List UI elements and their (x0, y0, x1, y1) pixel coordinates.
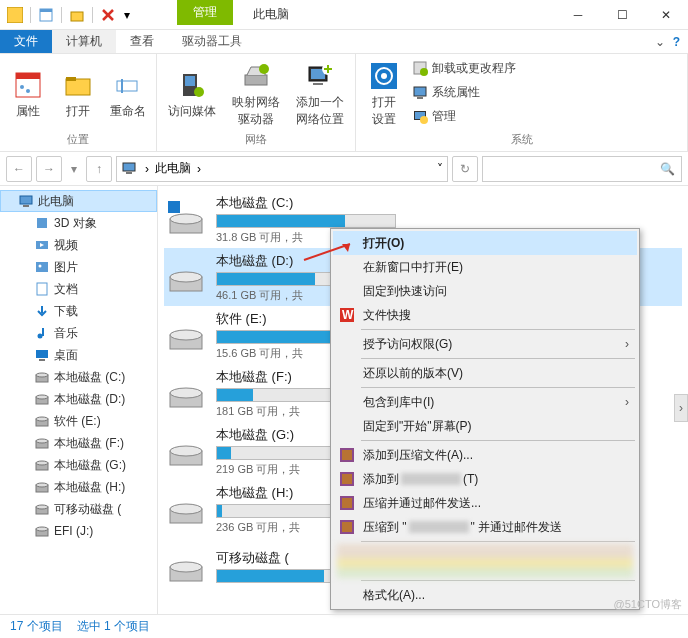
tree-item[interactable]: 下载 (0, 300, 157, 322)
system-properties-button[interactable]: 系统属性 (412, 82, 516, 102)
svg-point-60 (36, 483, 48, 487)
svg-rect-44 (37, 283, 47, 295)
tree-item[interactable]: 软件 (E:) (0, 410, 157, 432)
svg-rect-48 (39, 359, 45, 361)
tree-item[interactable]: 3D 对象 (0, 212, 157, 234)
tree-item[interactable]: 视频 (0, 234, 157, 256)
qat-delete-icon[interactable] (97, 4, 119, 26)
tree-item[interactable]: 文档 (0, 278, 157, 300)
uninstall-button[interactable]: 卸载或更改程序 (412, 58, 516, 78)
tree-item-icon (34, 369, 50, 385)
breadcrumb-location[interactable]: 此电脑 (155, 160, 191, 177)
address-dropdown-icon[interactable]: ˅ (437, 162, 443, 176)
manage-button[interactable]: 管理 (412, 106, 516, 126)
menu-pin-start[interactable]: 固定到"开始"屏幕(P) (333, 414, 637, 438)
tree-item[interactable]: 可移动磁盘 ( (0, 498, 157, 520)
open-settings-button[interactable]: 打开 设置 (362, 56, 406, 132)
ribbon-tab-file[interactable]: 文件 (0, 30, 52, 53)
tree-item[interactable]: 本地磁盘 (C:) (0, 366, 157, 388)
tree-item-label: 视频 (54, 237, 78, 254)
map-drive-button[interactable]: 映射网络 驱动器 (227, 56, 285, 132)
close-button[interactable]: ✕ (644, 0, 688, 30)
menu-open-new-window[interactable]: 在新窗口中打开(E) (333, 255, 637, 279)
drive-icon (166, 257, 206, 297)
app-icon (4, 4, 26, 26)
breadcrumb-chevron[interactable]: › (145, 162, 149, 176)
navigation-tree[interactable]: 此电脑 3D 对象视频图片文档下载音乐桌面本地磁盘 (C:)本地磁盘 (D:)软… (0, 186, 158, 614)
menu-add-to[interactable]: 添加到(T) (333, 467, 637, 491)
svg-point-29 (420, 68, 428, 76)
drive-icon (166, 489, 206, 529)
ribbon-tab-view[interactable]: 查看 (116, 30, 168, 53)
svg-point-43 (39, 265, 42, 268)
group-label-network: 网络 (163, 132, 349, 149)
qat-new-folder-icon[interactable] (66, 4, 88, 26)
rar-icon (339, 447, 355, 463)
tree-item-icon (34, 325, 50, 341)
add-network-location-button[interactable]: 添加一个 网络位置 (291, 56, 349, 132)
menu-open[interactable]: 打开(O) (333, 231, 637, 255)
menu-blurred-items (337, 544, 633, 578)
tree-item[interactable]: 本地磁盘 (D:) (0, 388, 157, 410)
help-icon[interactable]: ? (673, 35, 680, 49)
nav-forward-button[interactable]: → (36, 156, 62, 182)
svg-point-64 (36, 527, 48, 531)
tree-item[interactable]: 音乐 (0, 322, 157, 344)
tree-item-label: 下载 (54, 303, 78, 320)
menu-restore-version[interactable]: 还原以前的版本(V) (333, 361, 637, 385)
tree-item[interactable]: EFI (J:) (0, 520, 157, 542)
svg-rect-21 (313, 83, 323, 85)
watermark: @51CTO博客 (614, 597, 682, 612)
menu-grant-access[interactable]: 授予访问权限(G)› (333, 332, 637, 356)
menu-compress-to[interactable]: 压缩到 "" 并通过邮件发送 (333, 515, 637, 539)
tree-this-pc[interactable]: 此电脑 (0, 190, 157, 212)
rename-button[interactable]: 重命名 (106, 56, 150, 132)
qat-dropdown-icon[interactable]: ▾ (121, 4, 133, 26)
context-tab-manage[interactable]: 管理 (177, 0, 233, 25)
svg-point-73 (170, 388, 202, 398)
svg-point-54 (36, 417, 48, 421)
search-input[interactable]: 🔍 (482, 156, 682, 182)
address-bar[interactable]: › 此电脑 › ˅ (116, 156, 448, 182)
access-media-button[interactable]: 访问媒体 (163, 56, 221, 132)
tree-item-label: 可移动磁盘 ( (54, 501, 121, 518)
svg-point-71 (170, 330, 202, 340)
drive-icon (166, 199, 206, 239)
menu-include-library[interactable]: 包含到库中(I)› (333, 390, 637, 414)
drive-icon (166, 373, 206, 413)
ribbon-tab-drive-tools[interactable]: 驱动器工具 (168, 30, 256, 53)
menu-compress-mail[interactable]: 压缩并通过邮件发送... (333, 491, 637, 515)
maximize-button[interactable]: ☐ (600, 0, 644, 30)
tree-item-icon (34, 501, 50, 517)
ribbon-collapse-icon[interactable]: ⌄ (655, 35, 665, 49)
tree-item[interactable]: 本地磁盘 (F:) (0, 432, 157, 454)
nav-up-button[interactable]: ↑ (86, 156, 112, 182)
rename-icon (112, 69, 144, 101)
breadcrumb-chevron[interactable]: › (197, 162, 201, 176)
group-label-system: 系统 (362, 132, 681, 149)
qat-properties-icon[interactable] (35, 4, 57, 26)
svg-point-69 (170, 272, 202, 282)
minimize-button[interactable]: ─ (556, 0, 600, 30)
tree-item-icon (34, 281, 50, 297)
rar-icon (339, 495, 355, 511)
svg-rect-38 (23, 205, 29, 207)
ribbon-tab-computer[interactable]: 计算机 (52, 30, 116, 53)
tree-item[interactable]: 本地磁盘 (G:) (0, 454, 157, 476)
refresh-button[interactable]: ↻ (452, 156, 478, 182)
tree-item[interactable]: 桌面 (0, 344, 157, 366)
menu-wps-search[interactable]: W文件快搜 (333, 303, 637, 327)
open-button[interactable]: 打开 (56, 56, 100, 132)
properties-button[interactable]: 属性 (6, 56, 50, 132)
scroll-right-button[interactable]: › (674, 394, 688, 422)
nav-back-button[interactable]: ← (6, 156, 32, 182)
nav-recent-button[interactable]: ▾ (66, 156, 82, 182)
menu-add-to-archive[interactable]: 添加到压缩文件(A)... (333, 443, 637, 467)
menu-format[interactable]: 格式化(A)... (333, 583, 637, 607)
tree-item[interactable]: 图片 (0, 256, 157, 278)
menu-pin-quick-access[interactable]: 固定到快速访问 (333, 279, 637, 303)
tree-item[interactable]: 本地磁盘 (H:) (0, 476, 157, 498)
tree-item-label: 文档 (54, 281, 78, 298)
svg-rect-15 (185, 76, 195, 86)
wps-icon: W (339, 307, 355, 323)
